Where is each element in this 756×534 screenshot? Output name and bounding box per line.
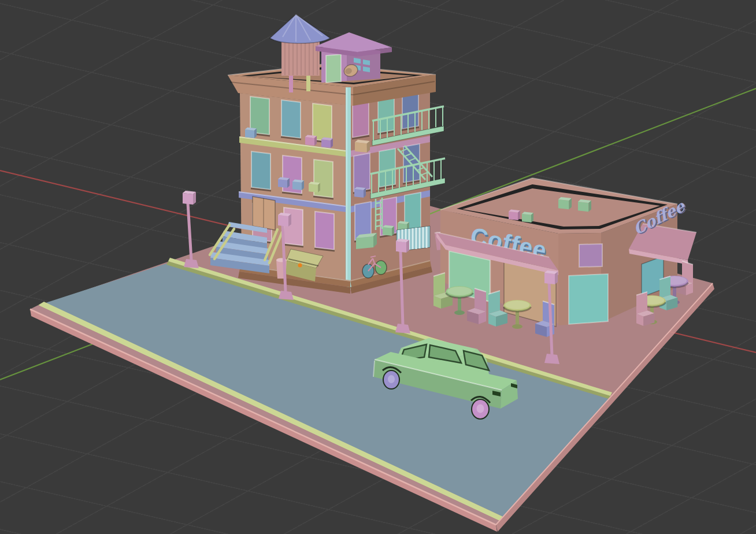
ac-unit[interactable] [509,210,520,221]
lamp-head [183,191,196,205]
ac-unit[interactable] [292,180,304,191]
shed-door [326,54,341,83]
window[interactable] [353,153,370,193]
ac-unit[interactable] [558,197,572,209]
lamp-base [395,324,410,333]
ac-unit[interactable] [354,187,366,198]
ac-unit[interactable] [321,138,333,149]
lamp-head [396,239,409,253]
window[interactable] [281,100,301,139]
shop-window-square[interactable] [579,244,602,267]
lamp-base [544,354,559,364]
ac-unit[interactable] [578,199,591,212]
ac-unit[interactable] [278,177,290,188]
apartment-building[interactable] [210,14,445,294]
planter-box[interactable] [356,233,377,249]
water-tower-roof [270,14,330,43]
ac-unit[interactable] [522,212,533,223]
lamp-base [184,259,199,268]
window[interactable] [251,151,271,191]
ac-unit[interactable] [309,182,320,193]
ac-unit[interactable] [245,128,257,139]
water-tower-leg [289,74,293,92]
lamp-base [279,291,294,300]
ac-unit[interactable] [305,135,317,146]
scene-canvas[interactable]: Coffee Coffee Coffee Coffee [0,0,756,534]
lamp-head [544,270,558,284]
origin-dot [298,264,302,268]
viewport-3d[interactable]: Coffee Coffee Coffee Coffee [0,0,756,534]
ac-unit[interactable] [355,140,370,153]
lamp-head [278,213,291,227]
window[interactable] [313,160,333,199]
shop-window-large[interactable] [569,274,608,324]
window[interactable] [314,212,335,251]
ac-unit[interactable] [383,225,394,236]
